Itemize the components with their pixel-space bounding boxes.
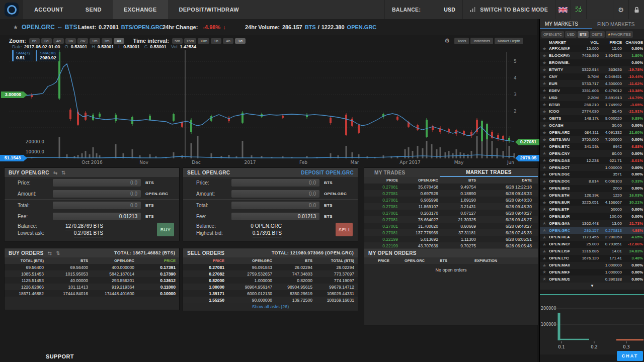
- market-filter-button[interactable]: ★FAVORITES: [606, 31, 633, 38]
- trade-row[interactable]: 0.27081 11.869107 3.21431 6/28 09:48:30: [364, 203, 538, 210]
- buy-button[interactable]: BUY: [157, 223, 174, 236]
- order-input[interactable]: 0.0: [53, 190, 141, 198]
- chat-button[interactable]: CHAT: [617, 351, 643, 361]
- sell-order-row[interactable]: 1.00000 98904.956147 98904.95615 99679.1…: [183, 284, 358, 290]
- favorite-star-icon[interactable]: ★: [540, 60, 549, 65]
- market-row[interactable]: ★ USD 2.20M 3.891913 -14.79%: [540, 94, 644, 101]
- interval-option-button[interactable]: 30m: [198, 38, 210, 44]
- tab-my-trades[interactable]: MY TRADES: [364, 168, 440, 177]
- market-row[interactable]: ★ ICOO 2774.030 36.45 -21.91%: [540, 108, 644, 115]
- grid-pattern-button[interactable]: [571, 0, 586, 19]
- market-row[interactable]: ★ OBITS 148.17k 9.000020 9.89%: [540, 115, 644, 122]
- favorite-star-icon[interactable]: ★: [540, 263, 549, 268]
- market-row[interactable]: ★ OPEN.BTC 341.53k 9942 -6.88%: [540, 143, 644, 150]
- market-row[interactable]: ★ APPX.WARRANT 15.000 15.00 0.00%: [540, 45, 644, 52]
- order-input[interactable]: 0.0: [231, 179, 319, 187]
- interval-option-button[interactable]: 4h: [223, 38, 233, 44]
- app-logo[interactable]: [0, 0, 23, 19]
- favorite-star-icon[interactable]: ★: [540, 53, 549, 58]
- market-row[interactable]: ★ OPEN.DGD 3571 0.00%: [540, 171, 644, 178]
- zoom-option-button[interactable]: 4d: [53, 38, 64, 44]
- favorite-star-icon[interactable]: ★: [540, 207, 549, 212]
- market-row[interactable]: ★ OPEN.ETP 50000 0.00%: [540, 206, 644, 213]
- favorite-star-icon[interactable]: ★: [540, 67, 549, 72]
- favorite-star-icon[interactable]: ★: [540, 179, 549, 184]
- favorite-star-icon[interactable]: ★: [540, 81, 549, 86]
- favorite-star-icon[interactable]: ★: [540, 277, 549, 282]
- favorite-star-icon[interactable]: ★: [540, 200, 549, 205]
- lowest-ask-value[interactable]: 0.27081 BTS: [74, 230, 103, 237]
- favorite-star-icon[interactable]: ★: [540, 137, 549, 142]
- favorite-star-icon[interactable]: ★: [540, 172, 549, 177]
- market-row[interactable]: ★ OPEN.GAME 1362.448 13.00 -21.73%: [540, 220, 644, 227]
- zoom-option-button[interactable]: 6h: [29, 38, 40, 44]
- interval-option-button[interactable]: 15m: [184, 38, 196, 44]
- market-row[interactable]: ★ BTWTY 5322.914 363636 -19.78%: [540, 66, 644, 73]
- support-link[interactable]: SUPPORT: [46, 353, 74, 359]
- favorite-star-icon[interactable]: ★: [540, 228, 549, 233]
- favorite-star-icon[interactable]: ★: [540, 74, 549, 79]
- buy-order-row[interactable]: 1125.51453 40.00000 293.856201 0.13612: [5, 277, 179, 284]
- sort-icon[interactable]: ⇅: [56, 250, 60, 256]
- market-row[interactable]: ★ OPEN.ETH 126.39k 1220 16.03%: [540, 192, 644, 199]
- favorite-star-icon[interactable]: ★: [540, 116, 549, 121]
- market-pair[interactable]: OPEN.GRC ⇔ BTS: [22, 24, 77, 31]
- market-row[interactable]: ★ OPEN.MKR 1.000000 0.00%: [540, 269, 644, 276]
- market-list-expander[interactable]: ▼: [540, 283, 644, 290]
- swap-icon[interactable]: ⇆: [53, 170, 58, 175]
- trade-row[interactable]: 0.27081 35.070458 9.49754 6/28 12:22:18: [364, 184, 538, 190]
- market-row[interactable]: ★ OBITS.WARRANT 3750.000 7.500000 0.00%: [540, 136, 644, 143]
- favorite-star-icon[interactable]: ★: [540, 88, 549, 93]
- depth-chart[interactable]: 2000001000000.10.20.3: [540, 294, 644, 354]
- market-row[interactable]: ★ OPEN.DOGE 8.814 0.006103 0.33%: [540, 178, 644, 185]
- switch-mode-button[interactable]: SWITCH TO BASIC MODE: [462, 0, 555, 19]
- market-row[interactable]: ★ OCASH 30.00 0.00%: [540, 122, 644, 129]
- chart-tool-button[interactable]: Tools: [454, 38, 469, 44]
- order-input[interactable]: 0.0: [53, 179, 141, 187]
- favorite-star-icon[interactable]: ★: [540, 214, 549, 219]
- trade-row[interactable]: 0.27081 137.776969 37.31181 6/28 07:45:3…: [364, 229, 538, 236]
- favorite-star-icon[interactable]: ★: [540, 158, 549, 163]
- show-all-asks-link[interactable]: Show all asks (26): [183, 303, 358, 311]
- market-filter-button[interactable]: OBITS: [590, 31, 605, 38]
- favorite-star-icon[interactable]: ★: [540, 130, 549, 135]
- order-input[interactable]: 0.0: [231, 202, 319, 209]
- zoom-option-button[interactable]: 2w: [77, 38, 88, 44]
- favorite-star-icon[interactable]: ★: [540, 109, 549, 114]
- sell-order-row[interactable]: 0.82000 1.000000 0.82000 774.19097: [183, 277, 358, 284]
- market-row[interactable]: ★ OPEN.LTC 1676.120 171.41 3.48%: [540, 255, 644, 262]
- zoom-option-button[interactable]: 3m: [102, 38, 112, 44]
- market-filter-button[interactable]: USD: [565, 31, 577, 38]
- market-filter-button[interactable]: OPEN.BTC: [541, 31, 564, 38]
- market-row[interactable]: ★ OPEN.DASH 12.238 621.71 -8.01%: [540, 157, 644, 164]
- balance-value[interactable]: 0 OPEN.GRC: [251, 223, 282, 230]
- favorite-star-icon[interactable]: ★: [540, 249, 549, 254]
- zoom-option-button[interactable]: 1w: [65, 38, 76, 44]
- buy-order-row[interactable]: 69.56400 69.56400 400.000000 0.17391: [5, 264, 179, 270]
- favorite-star-icon[interactable]: ★: [540, 123, 549, 128]
- trade-row[interactable]: 0.27081 0.697529 0.18890 6/28 09:48:33: [364, 190, 538, 197]
- sell-button[interactable]: SELL: [336, 223, 353, 236]
- candlestick-chart[interactable]: 543220000.010000.0Oct 2016NovDec2017FebM…: [0, 48, 537, 167]
- market-row[interactable]: ★ OPEN.DCT 1.000000 0.00%: [540, 164, 644, 171]
- nav-tab[interactable]: DEPOSIT/WITHDRAW: [168, 0, 250, 19]
- interval-option-button[interactable]: 1d: [235, 38, 246, 44]
- sell-order-row[interactable]: 0.27082 2759.532657 747.34803 773.37097: [183, 270, 358, 277]
- favorite-star-icon[interactable]: ★: [540, 193, 549, 198]
- nav-tab[interactable]: SEND: [74, 0, 113, 19]
- interval-option-button[interactable]: 5m: [172, 38, 183, 44]
- favorite-star-icon[interactable]: ★: [13, 24, 18, 31]
- zoom-option-button[interactable]: 1m: [90, 38, 100, 44]
- favorite-star-icon[interactable]: ★: [540, 102, 549, 107]
- market-row[interactable]: ★ BROWNIE.PTS 0.00%: [540, 59, 644, 66]
- market-row[interactable]: ★ OPEN.LISK 1316.686 14.01 24.83%: [540, 248, 644, 255]
- market-row[interactable]: ★ OPEN.MUSE 0.390188 0.00%: [540, 276, 644, 283]
- favorite-star-icon[interactable]: ★: [540, 235, 549, 240]
- balance-currency[interactable]: USD: [444, 7, 455, 13]
- trade-row[interactable]: 0.27081 0.263170 0.07127 6/28 09:48:27: [364, 210, 538, 216]
- nav-tab[interactable]: EXCHANGE: [113, 0, 168, 19]
- order-input[interactable]: 0.0: [231, 190, 319, 198]
- market-row[interactable]: ★ OPEN.EURT 100.00 0.00%: [540, 213, 644, 220]
- favorite-star-icon[interactable]: ★: [540, 256, 549, 261]
- order-input[interactable]: 0.0: [53, 202, 141, 209]
